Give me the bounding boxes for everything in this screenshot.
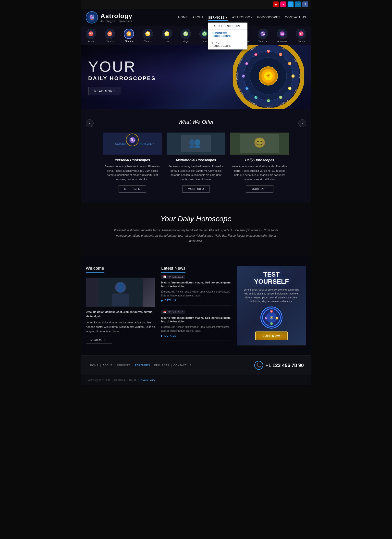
main-nav: HOME ABOUT SERVICES ▾ DAILY HOROSCOPE BU… bbox=[178, 15, 306, 20]
logo-area: 🔮 Astrology Astrology & Horoscopes bbox=[86, 11, 132, 24]
cancer-icon: ♋ bbox=[143, 29, 153, 39]
svg-text:♎: ♎ bbox=[270, 322, 273, 325]
offer-more-info-daily[interactable]: MORE INFO bbox=[246, 185, 273, 193]
welcome-body1: Ut tellus dolor, dapibus eget, elementum… bbox=[86, 310, 155, 318]
svg-text:OCTOBER: OCTOBER bbox=[264, 106, 273, 108]
svg-text:OCTOBER: OCTOBER bbox=[115, 143, 127, 145]
footer-contact[interactable]: CONTACT US bbox=[172, 364, 194, 367]
offer-desc-personal: Aenean nonummy hendrerit mauris. Phasell… bbox=[103, 164, 162, 182]
news-headline-2: Mauris fermentum dictum magna. Sed laore… bbox=[161, 316, 231, 324]
copyright-text: Astrology © 2014 ALL RIGHTS RESERVED. bbox=[88, 379, 136, 381]
svg-text:JULY: JULY bbox=[299, 74, 300, 78]
daily-horoscope-title: Your Daily Horoscope bbox=[88, 215, 304, 223]
offer-title-daily: Daily Horoscopes bbox=[245, 158, 274, 162]
zodiac-list: ♈ Aries ♉ Taurus ♊ Gemini ♋ Cancer ♌ Leo… bbox=[81, 29, 311, 43]
leo-icon: ♌ bbox=[162, 29, 172, 39]
capricorn-icon: ♑ bbox=[258, 29, 268, 39]
astrology-wheel: ☀ JANUARY FEBRUARY MARCH APRIL MAY JUNE … bbox=[233, 45, 304, 109]
nav-services-wrapper: SERVICES ▾ DAILY HOROSCOPE BUSINESS HORO… bbox=[208, 16, 228, 19]
zodiac-pisces[interactable]: ♓ Pisces bbox=[296, 29, 306, 43]
carousel-prev-button[interactable]: ‹ bbox=[86, 119, 94, 127]
svg-text:👥: 👥 bbox=[189, 137, 201, 148]
nav-about[interactable]: ABOUT bbox=[192, 15, 204, 20]
zodiac-gemini[interactable]: ♊ Gemini bbox=[124, 29, 134, 43]
calendar-icon: 📅 bbox=[163, 275, 166, 278]
welcome-read-more-button[interactable]: READ MORE bbox=[86, 337, 112, 343]
offer-title-personal: Personal Horoscopes bbox=[115, 158, 150, 162]
test-yourself-desc: Lorem ipsum dolor sit amet conse ctetur … bbox=[242, 288, 301, 304]
nav-horoscopes[interactable]: HOROSCOPES bbox=[257, 15, 281, 20]
footer-home[interactable]: HOME bbox=[88, 364, 101, 367]
news-details-2[interactable]: ▶ DETAILS bbox=[161, 334, 231, 337]
gemini-icon: ♊ bbox=[124, 29, 134, 39]
zodiac-aquarius[interactable]: ♒ Aquarius bbox=[277, 29, 287, 43]
logo-text: Astrology Astrology & Horoscopes bbox=[100, 12, 132, 23]
news-item-2: 📅 APR 21, 2012 Mauris fermentum dictum m… bbox=[161, 310, 231, 341]
svg-rect-48 bbox=[98, 278, 143, 307]
offer-more-info-personal[interactable]: MORE INFO bbox=[119, 185, 146, 193]
zodiac-cancer[interactable]: ♋ Cancer bbox=[143, 29, 153, 43]
aries-icon: ♈ bbox=[86, 29, 96, 39]
flickr-icon[interactable]: ● bbox=[280, 1, 286, 7]
welcome-body2: Lorem ipsum dolor sit amet conse ctetur … bbox=[86, 320, 155, 333]
footer-projects[interactable]: PROJECTS bbox=[152, 364, 171, 367]
hero-read-more-button[interactable]: READ MORE bbox=[88, 87, 121, 95]
news-date-label-1: APR 21, 2012 bbox=[168, 275, 183, 278]
twitter-icon[interactable]: 🐦 bbox=[288, 1, 294, 7]
offer-card-matrimonial: 👥 Matrimonial Horoscopes Aenean nonummy … bbox=[167, 133, 225, 193]
aquarius-icon: ♒ bbox=[277, 29, 287, 39]
carousel-next-button[interactable]: › bbox=[298, 119, 306, 127]
offer-desc-daily: Aenean nonummy hendrerit mauris. Phasell… bbox=[230, 164, 289, 182]
offer-card-personal: ♑ OCTOBER NOVEMBER Personal Horoscopes A… bbox=[103, 133, 162, 193]
offer-card-daily: 😊 Daily Horoscopes Aenean nonummy hendre… bbox=[230, 133, 289, 193]
offer-more-info-matrimonial[interactable]: MORE INFO bbox=[182, 185, 210, 193]
arrow-icon-2: ▶ bbox=[161, 334, 163, 337]
zodiac-bar: ♈ Aries ♉ Taurus ♊ Gemini ♋ Cancer ♌ Leo… bbox=[81, 26, 311, 45]
facebook-icon[interactable]: f bbox=[302, 1, 308, 7]
footer-phone: 📞 +1 123 456 78 90 bbox=[254, 361, 304, 370]
zodiac-aries[interactable]: ♈ Aries bbox=[86, 29, 96, 43]
zodiac-capricorn[interactable]: ♑ Capricorn bbox=[258, 29, 268, 43]
header: 🔮 Astrology Astrology & Horoscopes HOME … bbox=[81, 9, 311, 26]
nav-services[interactable]: SERVICES ▾ bbox=[208, 15, 228, 21]
social-bar: ▶ ● 🐦 in f bbox=[81, 0, 311, 9]
pisces-icon: ♓ bbox=[296, 29, 306, 39]
zodiac-taurus[interactable]: ♉ Taurus bbox=[105, 29, 115, 43]
wheel-svg: ☀ JANUARY FEBRUARY MARCH APRIL MAY JUNE … bbox=[233, 45, 304, 109]
footer-partners[interactable]: PARTNERS bbox=[133, 364, 152, 367]
news-title: Latest News bbox=[161, 266, 185, 273]
dropdown-daily-horo[interactable]: DAILY HOROSCOPE bbox=[208, 23, 247, 30]
news-date-2: 📅 APR 21, 2012 bbox=[161, 310, 185, 314]
news-body-2: Eleifend, elit. Aenean auctor wisi et ur… bbox=[161, 325, 231, 333]
linkedin-icon[interactable]: in bbox=[295, 1, 301, 7]
nav-home[interactable]: HOME bbox=[178, 15, 188, 20]
site-name: Astrology bbox=[100, 12, 132, 20]
welcome-title: Welcome bbox=[86, 266, 104, 273]
news-date-1: 📅 APR 21, 2012 bbox=[161, 275, 185, 279]
offers-title: What We Offer bbox=[86, 119, 306, 125]
hero-section: YOUR DAILY HOROSCOPES READ MORE ☀ JANUAR… bbox=[81, 45, 311, 109]
youtube-icon[interactable]: ▶ bbox=[273, 1, 279, 7]
phone-icon: 📞 bbox=[254, 361, 263, 370]
zodiac-leo[interactable]: ♌ Leo bbox=[162, 29, 172, 43]
svg-text:APRIL: APRIL bbox=[266, 45, 271, 46]
nav-contact[interactable]: CONTACT US bbox=[285, 15, 306, 20]
svg-text:♋: ♋ bbox=[291, 74, 295, 78]
nav-astrology[interactable]: ASTROLOGY bbox=[232, 15, 253, 20]
offer-img-personal: ♑ OCTOBER NOVEMBER bbox=[103, 133, 162, 155]
svg-text:♋: ♋ bbox=[275, 317, 279, 320]
svg-text:JANUARY: JANUARY bbox=[236, 72, 238, 80]
news-details-label-2: DETAILS bbox=[164, 334, 176, 337]
footer-services[interactable]: SERVICES bbox=[114, 364, 133, 367]
hero-text: YOUR DAILY HOROSCOPES READ MORE bbox=[88, 59, 156, 95]
zodiac-virgo[interactable]: ♍ Virgo bbox=[181, 29, 191, 43]
footer-about[interactable]: ABOUT bbox=[101, 364, 114, 367]
dropdown-business-horo[interactable]: BUSINESS HOROSCOPE bbox=[208, 30, 247, 39]
svg-text:♈: ♈ bbox=[267, 49, 270, 53]
svg-text:♈: ♈ bbox=[270, 310, 273, 313]
dropdown-travel-horo[interactable]: TRAVEL HOROSCOPE bbox=[208, 39, 247, 49]
privacy-policy-link[interactable]: Privacy Policy bbox=[140, 379, 155, 381]
news-details-1[interactable]: ▶ DETAILS bbox=[161, 299, 231, 302]
services-dropdown: DAILY HOROSCOPE BUSINESS HOROSCOPE TRAVE… bbox=[208, 23, 247, 49]
join-now-button[interactable]: JOIN NOW bbox=[255, 331, 288, 340]
